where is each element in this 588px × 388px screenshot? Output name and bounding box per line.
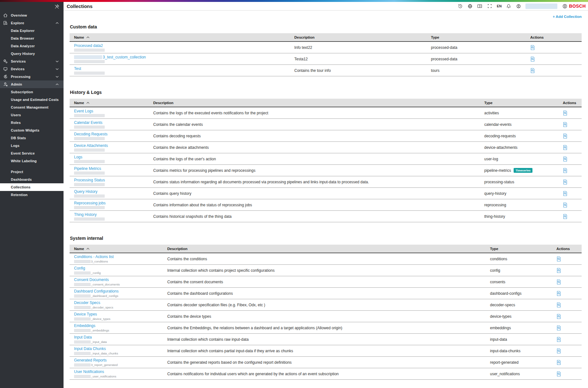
view-documents-icon[interactable]	[556, 268, 562, 273]
column-header-name[interactable]: Name	[70, 247, 163, 251]
history-icon[interactable]	[457, 3, 463, 9]
view-documents-icon[interactable]	[556, 279, 562, 285]
sidebar-item-event-service[interactable]: Event Service	[0, 149, 64, 157]
column-header-name[interactable]: Name	[70, 101, 149, 105]
sidebar-item-processing[interactable]: Processing	[0, 73, 64, 80]
collection-description: Contains metrics for processing pipeline…	[149, 165, 480, 176]
processing-icon	[3, 74, 8, 80]
view-documents-icon[interactable]	[556, 371, 562, 377]
sidebar-item-white-labeling[interactable]: White Labeling	[0, 157, 64, 165]
collection-name-link[interactable]: Test	[74, 66, 81, 71]
sidebar-item-custom-widgets[interactable]: Custom Widgets	[0, 126, 64, 134]
collection-type: reprocessing	[484, 203, 506, 207]
collection-name-link[interactable]: Device Types	[74, 312, 97, 316]
unpin-sidebar-icon[interactable]	[54, 4, 60, 10]
sidebar-item-devices[interactable]: Devices	[0, 65, 64, 73]
collection-name-link[interactable]: Query History	[74, 189, 97, 194]
collection-name-link[interactable]: User Notifications	[74, 369, 104, 374]
sidebar-item-data-explorer[interactable]: Data Explorer	[0, 27, 64, 34]
redacted-collection-id	[74, 194, 105, 198]
collection-name-link[interactable]: Thing History	[74, 212, 97, 217]
sidebar-item-collections[interactable]: Collections	[0, 183, 64, 191]
view-documents-icon[interactable]	[563, 122, 568, 127]
view-documents-icon[interactable]	[563, 168, 568, 173]
collection-name-link[interactable]: Processing Status	[74, 178, 105, 182]
view-documents-icon[interactable]	[556, 348, 562, 354]
sidebar-item-consent-management[interactable]: Consent Management	[0, 103, 64, 111]
collection-name-link[interactable]: 3_test_custom_collection	[103, 55, 146, 59]
view-documents-icon[interactable]	[556, 291, 562, 296]
view-documents-icon[interactable]	[556, 302, 562, 308]
view-documents-icon[interactable]	[563, 133, 568, 139]
redacted-collection-id	[74, 260, 91, 263]
sidebar-item-admin[interactable]: Admin	[0, 80, 64, 88]
documentation-icon[interactable]: ?	[477, 3, 483, 9]
sidebar-item-explore[interactable]: Explore	[0, 19, 64, 27]
account-icon[interactable]	[516, 3, 521, 9]
view-documents-icon[interactable]	[556, 360, 562, 365]
table-row: Decoder Specs _decoder_specs Contains de…	[70, 299, 582, 311]
view-documents-icon[interactable]	[556, 314, 562, 319]
collection-name-link[interactable]: Decoding Requests	[74, 132, 108, 136]
sidebar-item-logs[interactable]: Logs	[0, 142, 64, 149]
view-documents-icon[interactable]	[530, 68, 535, 73]
sidebar-item-overview[interactable]: Overview	[0, 11, 64, 19]
view-documents-icon[interactable]	[563, 214, 568, 219]
view-documents-icon[interactable]	[530, 45, 535, 50]
collection-name-link[interactable]: Generated Reports	[74, 358, 107, 362]
language-globe-icon[interactable]	[467, 3, 473, 9]
column-header-name[interactable]: Name	[70, 35, 290, 39]
language-selector[interactable]: EN	[497, 4, 501, 8]
sidebar-item-data-browser[interactable]: Data Browser	[0, 34, 64, 42]
collection-name-link[interactable]: Embeddings	[74, 323, 95, 328]
sidebar-item-db-stats[interactable]: DB Stats	[0, 134, 64, 142]
sidebar-item-services[interactable]: Services	[0, 57, 64, 65]
view-documents-icon[interactable]	[556, 337, 562, 342]
collection-name-link[interactable]: Event Logs	[74, 109, 93, 113]
redacted-collection-id	[74, 183, 105, 186]
collection-name-link[interactable]: Input Data	[74, 335, 92, 339]
collection-type: thing-history	[484, 214, 505, 219]
collection-name-link[interactable]: Logs	[74, 155, 82, 159]
collection-type: query-history	[484, 191, 506, 196]
sidebar-item-project[interactable]: Project	[0, 168, 64, 176]
collection-description: Contains the device types	[163, 311, 486, 322]
collection-name-link[interactable]: Calendar Events	[74, 120, 102, 125]
sidebar-item-users[interactable]: Users	[0, 111, 64, 119]
sidebar-item-subscription[interactable]: Subscription	[0, 88, 64, 96]
sidebar-item-dashboards[interactable]: Dashboards	[0, 176, 64, 183]
collection-description: Info text22	[290, 42, 426, 53]
sidebar-item-roles[interactable]: Roles	[0, 119, 64, 126]
view-documents-icon[interactable]	[530, 56, 535, 62]
view-documents-icon[interactable]	[563, 179, 568, 185]
sort-ascending-icon	[86, 247, 90, 250]
view-documents-icon[interactable]	[563, 145, 568, 150]
sidebar-item-query-history[interactable]: Query History	[0, 50, 64, 57]
collection-name-link[interactable]: Device Attachments	[74, 143, 108, 148]
collection-name-link[interactable]: Processed data2	[74, 43, 103, 48]
collection-name-link[interactable]: Decoder Specs	[74, 301, 100, 305]
chevron-down-icon	[56, 76, 59, 78]
view-documents-icon[interactable]	[556, 256, 562, 262]
view-documents-icon[interactable]	[563, 156, 568, 162]
view-documents-icon[interactable]	[556, 325, 562, 331]
view-documents-icon[interactable]	[563, 110, 568, 116]
collection-name-link[interactable]: Input Data Chunks	[74, 346, 106, 351]
sidebar-divider-gap	[0, 165, 64, 168]
fullscreen-icon[interactable]	[487, 3, 493, 9]
sidebar-item-retention[interactable]: Retention	[0, 191, 64, 199]
notifications-bell-icon[interactable]	[506, 3, 511, 9]
view-documents-icon[interactable]	[563, 191, 568, 196]
collection-name-link[interactable]: Config	[74, 266, 85, 270]
collection-name-link[interactable]: Conditions - Actions list	[74, 255, 114, 259]
system-internal-table: Name Description Type Actions Conditions…	[70, 245, 582, 380]
collection-name-link[interactable]: Pipeline Metrics	[74, 166, 101, 171]
collection-name-link[interactable]: Consent Documents	[74, 278, 109, 282]
sidebar-item-usage-and-estimated-costs[interactable]: Usage and Estimated Costs	[0, 96, 64, 103]
collection-name-link[interactable]: Dashboard Configurations	[74, 289, 118, 293]
collection-name-link[interactable]: Reprocessing jobs	[74, 201, 106, 205]
view-documents-icon[interactable]	[563, 202, 568, 208]
add-collection-button[interactable]: + Add Collection	[553, 15, 582, 19]
sidebar-item-data-analyzer[interactable]: Data Analyzer	[0, 42, 64, 50]
table-row: Reprocessing jobs Contains information a…	[70, 199, 582, 211]
